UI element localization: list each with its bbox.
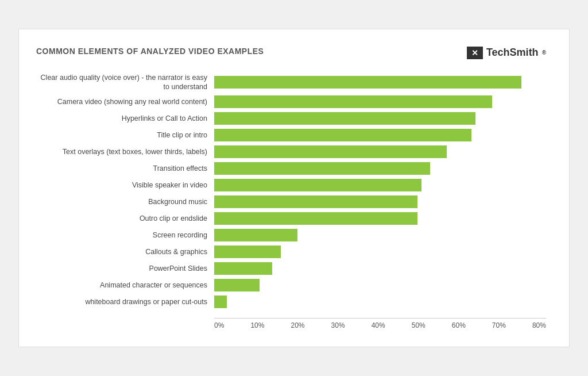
bar-fill [214,245,281,258]
bar-label: Screen recording [36,231,214,240]
bar-fill [214,162,430,175]
logo-icon: ✕ [467,47,483,59]
bar-row: Clear audio quality (voice over) - the n… [36,73,546,92]
x-axis-label: 70% [492,321,506,329]
bar-track [214,245,546,258]
bar-track [214,95,546,108]
bar-label: Text overlays (text boxes, lower thirds,… [36,147,214,156]
bar-track [214,129,546,141]
bar-row: Background music [36,195,546,208]
bar-fill [214,179,421,191]
bar-label: Outro clip or endslide [36,214,214,223]
bar-row: Outro clip or endslide [36,212,546,225]
bar-fill [214,112,475,125]
bar-track [214,296,546,308]
bar-fill [214,229,297,241]
chart-header: COMMON ELEMENTS OF ANALYZED VIDEO EXAMPL… [36,47,546,59]
bar-row: PowerPoint Slides [36,262,546,275]
bar-row: Transition effects [36,162,546,175]
bar-row: Text overlays (text boxes, lower thirds,… [36,145,546,158]
bar-label: Clear audio quality (voice over) - the n… [36,73,214,92]
chart-container: COMMON ELEMENTS OF ANALYZED VIDEO EXAMPL… [18,29,570,348]
x-axis-label: 30% [331,321,345,329]
bar-fill [214,76,521,89]
bar-label: Camera video (showing any real world con… [36,97,214,106]
logo: ✕ TechSmith® [467,47,546,59]
bar-row: Camera video (showing any real world con… [36,95,546,108]
bar-label: Animated character or sequences [36,281,214,290]
bar-row: Hyperlinks or Call to Action [36,112,546,125]
chart-body: Clear audio quality (voice over) - the n… [36,73,546,313]
svg-text:✕: ✕ [471,48,478,57]
bar-row: Visible speaker in video [36,179,546,191]
x-axis-label: 40% [372,321,385,329]
bar-fill [214,129,471,141]
x-axis-label: 10% [250,321,264,329]
bar-track [214,162,546,175]
bar-row: Animated character or sequences [36,279,546,291]
bar-row: Callouts & graphics [36,245,546,258]
bar-fill [214,195,417,208]
bar-track [214,195,546,208]
x-axis-label: 0% [214,321,224,329]
bar-label: Hyperlinks or Call to Action [36,114,214,123]
bar-track [214,229,546,241]
x-axis-label: 80% [532,321,546,329]
bar-fill [214,145,447,158]
bar-label: Title clip or intro [36,131,214,140]
bar-fill [214,95,492,108]
bar-row: whiteboard drawings or paper cut-outs [36,296,546,308]
x-axis: 0%10%20%30%40%50%60%70%80% [36,318,546,329]
chart-title: COMMON ELEMENTS OF ANALYZED VIDEO EXAMPL… [36,47,264,56]
bar-fill [214,296,227,308]
bar-track [214,262,546,275]
bar-track [214,112,546,125]
bar-fill [214,212,417,225]
bar-track [214,212,546,225]
bar-fill [214,262,272,275]
bar-label: Background music [36,197,214,206]
bar-label: Callouts & graphics [36,247,214,256]
bar-label: PowerPoint Slides [36,264,214,273]
bar-label: Transition effects [36,164,214,173]
x-axis-label: 50% [412,321,425,329]
bar-row: Screen recording [36,229,546,241]
bar-track [214,76,546,89]
bar-fill [214,279,260,291]
logo-text: TechSmith [486,47,539,59]
bar-track [214,179,546,191]
bar-label: Visible speaker in video [36,181,214,190]
bar-label: whiteboard drawings or paper cut-outs [36,297,214,306]
bar-track [214,145,546,158]
bar-track [214,279,546,291]
x-axis-label: 60% [452,321,466,329]
x-axis-label: 20% [291,321,304,329]
bar-row: Title clip or intro [36,129,546,141]
